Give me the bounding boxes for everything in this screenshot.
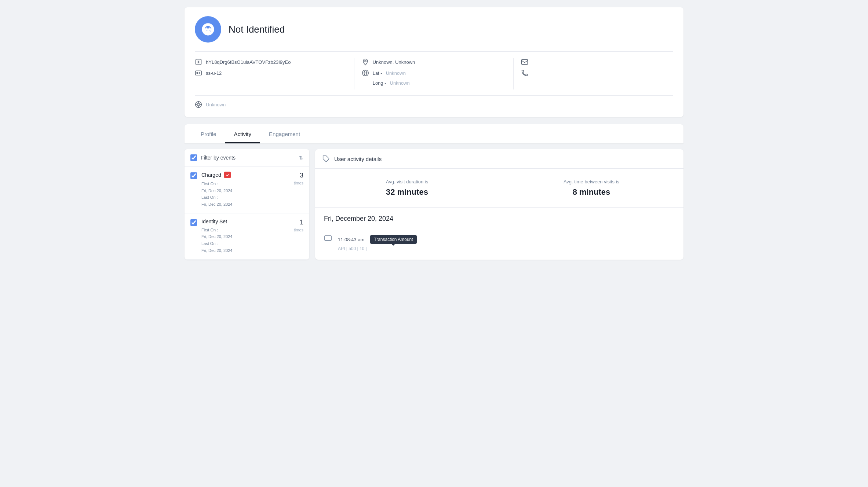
- avg-visit-box: Avg. visit duration is 32 minutes: [315, 169, 499, 207]
- charged-count: 3 times: [294, 172, 303, 186]
- hash-icon: [195, 58, 202, 66]
- svg-rect-15: [325, 236, 331, 241]
- charged-info: Charged First On : Fri, Dec 20, 2024 Las…: [201, 172, 289, 208]
- event-item-identity: Identity Set First On : Fri, Dec 20, 202…: [185, 213, 309, 260]
- filter-panel: Filter by events ⇅ Charged: [185, 149, 309, 260]
- activity-panel: User activity details Avg. visit duratio…: [315, 149, 683, 260]
- profile-info-col-1: hYL8qDrg6tBsO1ulaAVTOVFzb23I9yEo ss-u-12: [195, 58, 354, 89]
- identity-first-on-date: Fri, Dec 20, 2024: [201, 234, 232, 239]
- profile-info-col-3: [514, 58, 673, 89]
- charged-first-on-label: First On :: [201, 182, 218, 186]
- smiley-icon: [201, 22, 215, 37]
- phone-row: [521, 69, 666, 77]
- svg-rect-3: [196, 71, 202, 75]
- page-container: Not Identified hYL8qDrg6tBsO1ulaAVTOVFzb…: [177, 0, 691, 267]
- globe-icon: [362, 69, 369, 77]
- sort-icon[interactable]: ⇅: [299, 155, 303, 161]
- avg-between-label: Avg. time between visits is: [507, 179, 676, 184]
- svg-point-0: [205, 28, 207, 29]
- activity-title: User activity details: [334, 156, 382, 162]
- avatar: [195, 16, 221, 43]
- avg-visit-value: 32 minutes: [322, 187, 492, 197]
- id-row: ss-u-12: [195, 69, 347, 77]
- entry-row: 11:08:43 am Transaction Amount: [338, 235, 675, 244]
- lat-row: Lat - Unknown: [362, 69, 506, 77]
- activity-header: User activity details: [315, 149, 683, 169]
- charged-checkbox[interactable]: [190, 172, 197, 179]
- profile-card: Not Identified hYL8qDrg6tBsO1ulaAVTOVFzb…: [185, 7, 683, 117]
- charged-meta: First On : Fri, Dec 20, 2024 Last On : F…: [201, 180, 289, 208]
- tab-activity[interactable]: Activity: [225, 124, 260, 143]
- main-content: Filter by events ⇅ Charged: [185, 149, 683, 260]
- identity-count-num: 1: [294, 219, 303, 226]
- profile-header: Not Identified: [195, 16, 673, 43]
- phone-icon: [521, 69, 528, 77]
- long-label: Long -: [373, 80, 386, 86]
- identity-name-row: Identity Set: [201, 219, 289, 224]
- filter-all-checkbox[interactable]: [190, 154, 197, 161]
- laptop-icon: [324, 234, 332, 242]
- identity-first-on-label: First On :: [201, 228, 218, 232]
- long-row: Long - Unknown: [362, 80, 506, 86]
- id-icon: [195, 69, 202, 77]
- entry-time: 11:08:43 am: [338, 237, 364, 242]
- profile-location: Unknown, Unknown: [373, 59, 415, 65]
- svg-point-5: [365, 60, 366, 62]
- lat-label: Lat -: [373, 70, 382, 76]
- email-row: [521, 58, 666, 66]
- profile-name: Not Identified: [229, 24, 285, 35]
- tabs: Profile Activity Engagement: [192, 124, 676, 143]
- profile-info-grid: hYL8qDrg6tBsO1ulaAVTOVFzb23I9yEo ss-u-12: [195, 51, 673, 89]
- segment-icon: [195, 101, 202, 108]
- stats-row: Avg. visit duration is 32 minutes Avg. t…: [315, 169, 683, 208]
- tab-engagement[interactable]: Engagement: [260, 124, 309, 143]
- identity-last-on-label: Last On :: [201, 241, 218, 246]
- avg-visit-label: Avg. visit duration is: [322, 179, 492, 184]
- charged-count-num: 3: [294, 172, 303, 179]
- lat-value: Unknown: [386, 70, 406, 76]
- charged-last-on-label: Last On :: [201, 195, 218, 199]
- filter-header: Filter by events ⇅: [185, 149, 309, 166]
- identity-meta: First On : Fri, Dec 20, 2024 Last On : F…: [201, 227, 289, 254]
- tag-icon: [322, 155, 330, 162]
- tooltip-transaction-amount: Transaction Amount: [370, 235, 416, 244]
- check-badge-icon: [226, 173, 229, 177]
- tab-profile[interactable]: Profile: [192, 124, 225, 143]
- identity-last-on-date: Fri, Dec 20, 2024: [201, 248, 232, 253]
- entry-details: 11:08:43 am Transaction Amount API | 500…: [338, 233, 675, 251]
- tabs-container: Profile Activity Engagement: [185, 124, 683, 143]
- charged-name-row: Charged: [201, 172, 289, 178]
- charged-name: Charged: [201, 172, 221, 178]
- long-value: Unknown: [390, 80, 410, 86]
- charged-last-on-date: Fri, Dec 20, 2024: [201, 202, 232, 206]
- identity-count: 1 times: [294, 219, 303, 233]
- profile-bottom: Unknown: [195, 95, 673, 108]
- identity-count-label: times: [294, 228, 303, 232]
- avg-between-value: 8 minutes: [507, 187, 676, 197]
- charged-count-label: times: [294, 181, 303, 185]
- avg-between-box: Avg. time between visits is 8 minutes: [499, 169, 683, 207]
- profile-hash: hYL8qDrg6tBsO1ulaAVTOVFzb23I9yEo: [206, 59, 291, 65]
- activity-entry: 11:08:43 am Transaction Amount API | 500…: [324, 228, 675, 256]
- svg-point-4: [197, 72, 198, 73]
- identity-name: Identity Set: [201, 219, 227, 224]
- charged-first-on-date: Fri, Dec 20, 2024: [201, 188, 232, 193]
- location-row: Unknown, Unknown: [362, 58, 506, 66]
- filter-label: Filter by events: [201, 155, 295, 161]
- profile-info-col-2: Unknown, Unknown Lat - Unknown Long - Un…: [354, 58, 514, 89]
- charged-badge: [224, 172, 231, 178]
- activity-date: Fri, December 20, 2024: [324, 215, 675, 223]
- location-icon: [362, 58, 369, 66]
- svg-point-9: [197, 103, 200, 106]
- entry-sub: API | 500 | 10 |: [338, 246, 675, 251]
- activity-date-section: Fri, December 20, 2024 11:08:43 am Trans…: [315, 208, 683, 256]
- email-icon: [521, 58, 528, 66]
- svg-point-1: [209, 28, 211, 29]
- identity-checkbox[interactable]: [190, 219, 197, 226]
- identity-info: Identity Set First On : Fri, Dec 20, 202…: [201, 219, 289, 254]
- hash-row: hYL8qDrg6tBsO1ulaAVTOVFzb23I9yEo: [195, 58, 347, 66]
- profile-id: ss-u-12: [206, 70, 222, 76]
- event-item-charged: Charged First On : Fri, Dec 20, 2024 Las…: [185, 166, 309, 213]
- segment-value: Unknown: [206, 102, 226, 107]
- svg-rect-7: [522, 59, 528, 64]
